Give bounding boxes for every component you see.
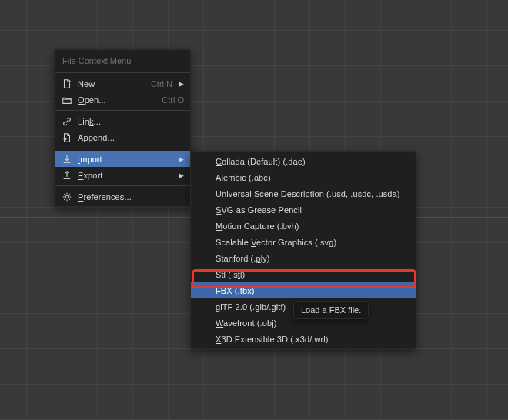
menu-item-label: New <box>78 79 135 88</box>
shortcut: Ctrl N <box>151 79 172 88</box>
shortcut: Ctrl O <box>162 95 184 105</box>
menu-item-label: Motion Capture (.bvh) <box>216 222 409 231</box>
separator <box>55 110 190 111</box>
submenu-arrow-icon: ▶ <box>179 80 184 88</box>
separator <box>55 148 190 148</box>
menu-item-label: Link... <box>78 117 184 126</box>
import-submenu: Collada (Default) (.dae)Alembic (.abc)Un… <box>190 151 416 349</box>
gear-icon <box>61 191 73 203</box>
menu-item-label: Append... <box>78 133 184 142</box>
menu-item-label: Universal Scene Description (.usd, .usdc… <box>216 189 409 198</box>
menu-item-label: Scalable Vector Graphics (.svg) <box>216 238 409 247</box>
import-format-item[interactable]: Scalable Vector Graphics (.svg) <box>191 234 416 250</box>
import-format-item[interactable]: Motion Capture (.bvh) <box>191 218 416 234</box>
new-file-icon <box>61 78 73 90</box>
menu-item-import[interactable]: Import ▶ <box>55 151 190 167</box>
open-folder-icon <box>61 94 73 106</box>
submenu-arrow-icon: ▶ <box>179 155 184 163</box>
import-format-item[interactable]: Universal Scene Description (.usd, .usdc… <box>191 185 416 202</box>
menu-item-label: SVG as Grease Pencil <box>216 205 409 215</box>
import-format-item[interactable]: Alembic (.abc) <box>191 169 416 185</box>
menu-item-new[interactable]: New Ctrl N ▶ <box>55 75 190 92</box>
menu-item-label: Import <box>78 155 172 164</box>
import-format-item[interactable]: SVG as Grease Pencil <box>191 202 416 218</box>
menu-item-label: Stanford (.ply) <box>216 254 409 263</box>
submenu-arrow-icon: ▶ <box>179 172 184 179</box>
menu-item-label: Export <box>78 171 172 180</box>
menu-item-label: FBX (.fbx) <box>216 286 409 295</box>
import-format-item[interactable]: Stanford (.ply) <box>191 250 416 266</box>
svg-point-1 <box>65 195 69 198</box>
import-format-item[interactable]: X3D Extensible 3D (.x3d/.wrl) <box>191 331 416 347</box>
menu-item-link[interactable]: Link... <box>55 113 190 129</box>
menu-item-append[interactable]: Append... <box>55 129 190 145</box>
import-format-item[interactable]: Stl (.stl) <box>191 266 416 282</box>
menu-title: File Context Menu <box>55 52 190 70</box>
file-context-menu: File Context Menu New Ctrl N ▶ Open... C… <box>54 49 191 207</box>
import-format-item[interactable]: Collada (Default) (.dae) <box>191 153 416 169</box>
link-icon <box>61 115 73 128</box>
import-icon <box>61 153 73 165</box>
menu-item-preferences[interactable]: Preferences... <box>55 188 190 205</box>
menu-item-label: Preferences... <box>78 192 184 202</box>
separator <box>55 185 190 186</box>
menu-item-open[interactable]: Open... Ctrl O <box>55 92 190 108</box>
separator <box>55 72 190 73</box>
menu-item-export[interactable]: Export ▶ <box>55 167 190 183</box>
export-icon <box>61 169 73 182</box>
import-format-item[interactable]: FBX (.fbx) <box>191 282 416 298</box>
menu-item-label: Wavefront (.obj) <box>216 318 409 328</box>
menu-item-label: X3D Extensible 3D (.x3d/.wrl) <box>216 335 409 344</box>
append-icon <box>61 132 73 144</box>
menu-item-label: Open... <box>78 95 146 105</box>
tooltip: Load a FBX file. <box>293 301 369 319</box>
menu-item-label: Stl (.stl) <box>216 270 409 279</box>
menu-item-label: Collada (Default) (.dae) <box>216 157 409 166</box>
menu-item-label: Alembic (.abc) <box>216 173 409 182</box>
